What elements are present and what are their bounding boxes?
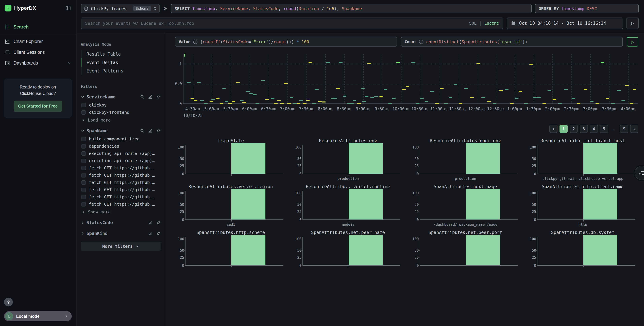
checkbox[interactable] xyxy=(82,166,86,170)
filter-item[interactable]: fetch GET https://github.… xyxy=(81,201,160,208)
minichart-spanattributes-db-system[interactable]: SpanAttributes.db.system02550100clickhou… xyxy=(527,230,638,268)
select-chevrons-icon xyxy=(153,6,156,11)
filter-item[interactable]: fetch GET https://github.… xyxy=(81,193,160,201)
run-query-button[interactable]: ▷ xyxy=(627,37,638,47)
chart-icon[interactable] xyxy=(148,95,152,99)
chart-icon[interactable] xyxy=(148,129,152,133)
minichart-resourceattribu-vercel-runtime[interactable]: ResourceAttribu...vercel.runtime02550100… xyxy=(292,184,404,228)
pin-icon[interactable] xyxy=(156,95,160,99)
checkbox[interactable] xyxy=(82,188,86,192)
search-icon[interactable] xyxy=(140,95,144,99)
checkbox[interactable] xyxy=(82,144,86,148)
minichart-spanattributes-net-peer-port[interactable]: SpanAttributes.net.peer.port025501008443 xyxy=(410,230,521,268)
minichart-spanattributes-net-peer-name[interactable]: SpanAttributes.net.peer.name02550100z5pr… xyxy=(292,230,404,268)
pin-icon[interactable] xyxy=(156,129,160,133)
checkbox[interactable] xyxy=(82,151,86,156)
filter-group-name: StatusCode xyxy=(86,220,113,225)
page-button-2[interactable]: 2 xyxy=(570,125,578,133)
checkbox[interactable] xyxy=(82,137,86,141)
page-button-5[interactable]: 5 xyxy=(600,125,608,133)
checkbox[interactable] xyxy=(82,180,86,185)
minichart-y-label: 50 xyxy=(527,248,536,252)
page-button-4[interactable]: 4 xyxy=(590,125,598,133)
sidebar-item-search[interactable]: Search xyxy=(0,22,76,32)
chart-plot-area[interactable] xyxy=(183,54,638,104)
minichart-resourceattribu-cel-branch-host[interactable]: ResourceAttribu..cel.branch_host02550100… xyxy=(527,138,638,182)
filter-item[interactable]: build component tree xyxy=(81,135,160,143)
search-run-button[interactable]: ▷ xyxy=(626,18,638,29)
date-range-picker[interactable]: Oct 10 04:16:14 - Oct 10 16:16:14 xyxy=(507,18,623,29)
page-button-3[interactable]: 3 xyxy=(580,125,588,133)
pin-icon[interactable] xyxy=(156,221,160,225)
filter-group-spanname[interactable]: SpanName xyxy=(81,128,160,133)
minichart-bar xyxy=(231,235,266,265)
minichart-spanattributes-next-page[interactable]: SpanAttributes.next.page02550100/dashboa… xyxy=(410,184,521,228)
analysis-mode-event-patterns[interactable]: Event Patterns xyxy=(81,67,160,75)
search-icon[interactable] xyxy=(140,129,144,133)
count-expression-input[interactable]: Count ⓘ countDistinct(SpanAttributes['us… xyxy=(401,37,623,47)
select-clause-input[interactable]: SELECT Timestamp, ServiceName, StatusCod… xyxy=(171,4,532,13)
show-more-link[interactable]: Show more xyxy=(81,208,160,214)
filter-item[interactable]: fetch GET https://github.… xyxy=(81,172,160,179)
filter-item[interactable]: fetch GET https://github.… xyxy=(81,179,160,186)
search-input[interactable] xyxy=(85,21,469,26)
page-next-button[interactable]: › xyxy=(630,125,638,133)
minichart-spanattributes-http-scheme[interactable]: SpanAttributes.http.scheme02550100https xyxy=(175,230,286,268)
filter-item[interactable]: clickpy-frontend xyxy=(81,109,160,116)
sql-mode-toggle[interactable]: SQL xyxy=(469,21,476,26)
code-token: 'Error' xyxy=(251,40,268,44)
filter-item[interactable]: clickpy xyxy=(81,101,160,109)
pin-icon[interactable] xyxy=(156,231,160,236)
checkbox[interactable] xyxy=(82,110,86,115)
checkbox[interactable] xyxy=(82,202,86,207)
minichart-spanattributes-http-client-name[interactable]: SpanAttributes.http.client.name02550100h… xyxy=(527,184,638,228)
checkbox[interactable] xyxy=(82,103,86,107)
local-mode-menu[interactable]: U Local mode xyxy=(4,311,72,321)
filter-group-servicename[interactable]: ServiceName xyxy=(81,94,160,99)
more-filters-button[interactable]: More filters xyxy=(81,242,160,251)
checkbox[interactable] xyxy=(82,158,86,163)
filter-item[interactable]: executing api route (app)… xyxy=(81,150,160,157)
search-bar[interactable]: SQL | Lucene xyxy=(81,18,503,29)
chart-point xyxy=(470,97,474,98)
lucene-mode-toggle[interactable]: Lucene xyxy=(484,21,499,26)
value-expression-input[interactable]: Value ⓘ (countIf(StatusCode='Error')/cou… xyxy=(175,37,397,47)
checkbox[interactable] xyxy=(82,173,86,178)
gridline-vertical xyxy=(382,54,382,103)
minichart-resourceattributes-node-env[interactable]: ResourceAttributes.node.env02550100produ… xyxy=(410,138,521,182)
get-started-button[interactable]: Get Started for Free xyxy=(14,101,62,112)
filter-group-statuscode[interactable]: StatusCode xyxy=(81,220,160,225)
minichart-tracestate[interactable]: TraceState02550100 xyxy=(175,138,286,182)
filter-group-spankind[interactable]: SpanKind xyxy=(81,231,160,236)
minichart-resourceattributes-env[interactable]: ResourceAttributes.env02550100production xyxy=(292,138,404,182)
chart-point xyxy=(564,89,568,90)
chart-icon[interactable] xyxy=(148,231,152,236)
filter-item[interactable]: dependencies xyxy=(81,143,160,150)
chart-icon[interactable] xyxy=(148,221,152,225)
checkbox[interactable] xyxy=(82,195,86,199)
page-button-1[interactable]: 1 xyxy=(560,125,568,133)
order-by-input[interactable]: ORDER BY Timestamp DESC xyxy=(535,4,638,13)
gridline-vertical xyxy=(193,54,193,103)
sidebar-item-chart-explorer[interactable]: Chart Explorer xyxy=(0,36,76,47)
analysis-mode-results-table[interactable]: Results Table xyxy=(81,50,160,58)
chart-point xyxy=(499,90,503,91)
sidebar-item-client-sessions[interactable]: Client Sessions xyxy=(0,47,76,58)
gear-icon[interactable]: ⚙ xyxy=(163,6,168,11)
filter-item[interactable]: executing api route (app)… xyxy=(81,157,160,164)
filter-item[interactable]: fetch GET https://github.… xyxy=(81,164,160,172)
sidebar-collapse-icon[interactable] xyxy=(65,5,71,11)
page-prev-button[interactable]: ‹ xyxy=(550,125,558,133)
chart-point xyxy=(537,97,541,98)
sidebar-item-dashboards[interactable]: Dashboards xyxy=(0,58,76,68)
page-button-9[interactable]: 9 xyxy=(620,125,628,133)
minichart-resourceattributes-vercel-region[interactable]: ResourceAttributes.vercel.region02550100… xyxy=(175,184,286,228)
user-avatar: U xyxy=(5,312,13,320)
minichart-x-tick xyxy=(466,174,466,176)
minichart-y-label: 0 xyxy=(176,172,184,176)
filter-item[interactable]: fetch GET https://github.… xyxy=(81,186,160,193)
source-select[interactable]: ClickPy Traces Schema xyxy=(81,4,160,13)
help-button[interactable]: ? xyxy=(4,298,13,306)
analysis-mode-event-deltas[interactable]: Event Deltas xyxy=(81,58,160,67)
load-more-link[interactable]: Load more xyxy=(81,116,160,122)
